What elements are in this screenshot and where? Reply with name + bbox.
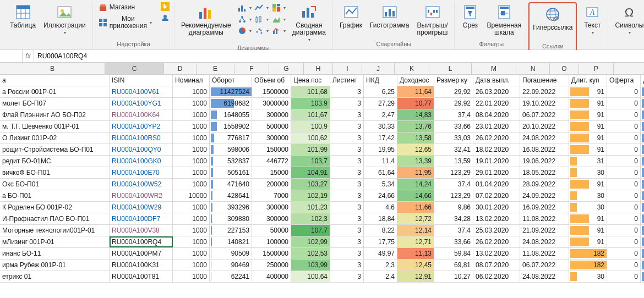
col-header-D[interactable]: D	[164, 63, 197, 74]
cell[interactable]: 24.09.2022	[520, 190, 569, 201]
col-header-I[interactable]: I	[333, 63, 362, 74]
cell[interactable]: 182	[569, 260, 607, 271]
cell[interactable]: 800	[641, 248, 644, 259]
cell[interactable]: 835	[641, 121, 644, 132]
cell[interactable]: 06.07.2022	[520, 109, 569, 120]
isin-link[interactable]: RU000A100WR2	[112, 192, 162, 200]
cell[interactable]: 0	[607, 109, 641, 120]
cell[interactable]: 28.09.2022	[520, 179, 569, 190]
cell[interactable]: 32,41	[434, 144, 473, 155]
cell[interactable]: 0	[607, 260, 641, 271]
cell[interactable]: 3	[330, 248, 364, 259]
cell[interactable]: ирма Рубеж 001Р-01	[0, 260, 110, 271]
col-header-N[interactable]: N	[516, 63, 550, 74]
cell[interactable]: 200000	[252, 179, 291, 190]
formula-input[interactable]	[34, 50, 644, 62]
cell[interactable]: 12,45	[397, 260, 434, 271]
cell[interactable]: 90469	[210, 260, 252, 271]
cell[interactable]: 06.07.2022	[520, 260, 569, 271]
cell[interactable]: RU000A100W52	[110, 179, 173, 190]
cell[interactable]: 17,42	[364, 133, 397, 144]
col-header-J[interactable]: J	[362, 63, 395, 74]
header-cell[interactable]: Погашение	[520, 75, 569, 86]
cell[interactable]: 91	[569, 121, 607, 132]
cell[interactable]: 300000	[252, 213, 291, 224]
cell[interactable]: 4,6	[364, 202, 397, 213]
cell[interactable]: 25.03.2020	[473, 225, 520, 236]
cell[interactable]: 6198682	[210, 98, 252, 109]
cell[interactable]: 06.02.2020	[473, 271, 520, 282]
cell[interactable]: 100,9	[291, 121, 330, 132]
cell[interactable]: 0	[607, 213, 641, 224]
cell[interactable]: 10,77	[397, 98, 434, 109]
cell[interactable]: етрикс 01	[0, 271, 110, 282]
cell[interactable]: 8,22	[364, 225, 397, 236]
header-cell[interactable]: ISIN	[110, 75, 173, 86]
col-header-H[interactable]: H	[304, 63, 333, 74]
cell[interactable]: 104,91	[291, 167, 330, 178]
store-button[interactable]: Магазин	[97, 2, 153, 13]
cell[interactable]: 12,71	[397, 236, 434, 247]
cell[interactable]: 13,58	[397, 133, 434, 144]
cell[interactable]: RU000A100PM7	[110, 248, 173, 259]
cell[interactable]: 3	[330, 109, 364, 120]
cell[interactable]: 471640	[210, 179, 252, 190]
header-cell[interactable]: Оборот	[210, 75, 252, 86]
cell[interactable]: 5,34	[364, 179, 397, 190]
isin-link[interactable]: RU000A100V61	[112, 88, 160, 96]
header-cell[interactable]: Листинг	[330, 75, 364, 86]
cell[interactable]: 758	[641, 133, 644, 144]
cell[interactable]: RU000A100K64	[110, 109, 173, 120]
cell[interactable]: 16.09.2022	[520, 202, 569, 213]
header-cell[interactable]: Доходнос	[397, 75, 434, 86]
isin-link[interactable]: RU000A100W29	[112, 203, 161, 211]
cell[interactable]: 0	[607, 248, 641, 259]
cell[interactable]: 807	[641, 236, 644, 247]
col-header-O[interactable]: O	[550, 63, 579, 74]
cell[interactable]: 3	[330, 156, 364, 167]
cell[interactable]: 0	[607, 271, 641, 282]
cell[interactable]: 17,75	[364, 236, 397, 247]
cell[interactable]: 103,7	[291, 156, 330, 167]
cell[interactable]: 62241	[210, 271, 252, 282]
cell[interactable]: 3	[330, 121, 364, 132]
cell[interactable]: 0	[607, 167, 641, 178]
symbols-button[interactable]: ΩСимволы▾	[613, 2, 644, 36]
cell[interactable]: 1558902	[210, 121, 252, 132]
cell[interactable]: 1000	[173, 86, 210, 97]
bar-chart-btn[interactable]: ▾	[237, 2, 253, 13]
cell[interactable]: 3	[330, 225, 364, 236]
slicer-button[interactable]: Срез	[459, 2, 481, 30]
cell[interactable]: 20.10.2022	[520, 121, 569, 132]
cell[interactable]: 1000	[173, 121, 210, 132]
cell[interactable]: 23.01.2020	[473, 121, 520, 132]
cell[interactable]: 3	[330, 260, 364, 271]
cell[interactable]: 0	[607, 225, 641, 236]
cell[interactable]: 3	[330, 190, 364, 201]
cell[interactable]: 0	[607, 121, 641, 132]
cell[interactable]: 91	[569, 98, 607, 109]
cell[interactable]: 100000	[252, 236, 291, 247]
cell[interactable]: 102,3	[291, 213, 330, 224]
header-cell[interactable]: а	[0, 75, 110, 86]
isin-link[interactable]: RU000A100V38	[112, 227, 160, 234]
cell[interactable]: 91	[569, 144, 607, 155]
cell[interactable]: 0	[607, 133, 641, 144]
isin-link[interactable]: RU000A100K64	[112, 111, 160, 119]
pie-chart-btn[interactable]: ▾	[237, 25, 253, 36]
cell[interactable]: инанс БО-11	[0, 248, 110, 259]
cell[interactable]: 0	[607, 156, 641, 167]
cell[interactable]: 3	[330, 236, 364, 247]
cell[interactable]: 30,33	[364, 121, 397, 132]
cell[interactable]: 24,66	[364, 190, 397, 201]
cell[interactable]: 446772	[252, 156, 291, 167]
header-cell[interactable]: Объем об	[252, 75, 291, 86]
cell[interactable]: 08.04.2020	[473, 109, 520, 120]
bing-icon[interactable]	[161, 2, 170, 11]
cell[interactable]: 400000	[252, 271, 291, 282]
pivot-chart-button[interactable]: Сводная диаграмма ▾	[290, 2, 328, 43]
cell[interactable]: 14,66	[397, 190, 434, 201]
cell[interactable]: 182	[569, 248, 607, 259]
cell[interactable]: 19,95	[364, 144, 397, 155]
cell[interactable]: 10000	[173, 190, 210, 201]
